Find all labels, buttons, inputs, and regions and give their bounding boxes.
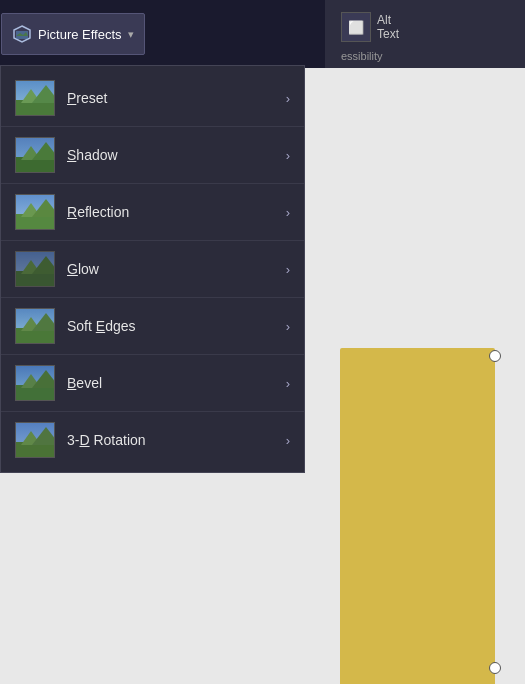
reflection-icon xyxy=(15,194,55,230)
bevel-label: Bevel xyxy=(67,375,274,391)
preset-chevron: › xyxy=(286,91,290,106)
menu-item-glow[interactable]: Glow › xyxy=(1,241,304,298)
resize-handle-top-right[interactable] xyxy=(489,350,501,362)
ribbon-alt-text-area: ⬜ AltText xyxy=(335,8,515,46)
soft-edges-label: Soft Edges xyxy=(67,318,274,334)
bevel-chevron: › xyxy=(286,376,290,391)
3d-rotation-icon xyxy=(15,422,55,458)
alt-text-icon: ⬜ xyxy=(341,12,371,42)
preset-label: Preset xyxy=(67,90,274,106)
glow-chevron: › xyxy=(286,262,290,277)
3d-rotation-chevron: › xyxy=(286,433,290,448)
yellow-rectangle xyxy=(340,348,495,684)
menu-item-shadow[interactable]: Shadow › xyxy=(1,127,304,184)
shadow-chevron: › xyxy=(286,148,290,163)
resize-handle-bottom-right[interactable] xyxy=(489,662,501,674)
picture-effects-icon xyxy=(12,24,32,44)
picture-effects-label: Picture Effects xyxy=(38,27,122,42)
accessibility-label: essibility xyxy=(335,48,515,64)
reflection-label: Reflection xyxy=(67,204,274,220)
glow-icon xyxy=(15,251,55,287)
bevel-icon xyxy=(15,365,55,401)
reflection-chevron: › xyxy=(286,205,290,220)
menu-item-reflection[interactable]: Reflection › xyxy=(1,184,304,241)
alt-text-label: AltText xyxy=(377,13,399,42)
preset-icon xyxy=(15,80,55,116)
menu-item-3d-rotation[interactable]: 3-D Rotation › xyxy=(1,412,304,468)
picture-effects-chevron: ▾ xyxy=(128,28,134,41)
3d-rotation-label: 3-D Rotation xyxy=(67,432,274,448)
soft-edges-chevron: › xyxy=(286,319,290,334)
shadow-label: Shadow xyxy=(67,147,274,163)
shadow-icon xyxy=(15,137,55,173)
picture-effects-button[interactable]: Picture Effects ▾ xyxy=(1,13,145,55)
soft-edges-icon xyxy=(15,308,55,344)
glow-label: Glow xyxy=(67,261,274,277)
menu-item-soft-edges[interactable]: Soft Edges › xyxy=(1,298,304,355)
menu-item-bevel[interactable]: Bevel › xyxy=(1,355,304,412)
picture-effects-dropdown: Preset › Shadow › Reflection › G xyxy=(0,65,305,473)
menu-item-preset[interactable]: Preset › xyxy=(1,70,304,127)
